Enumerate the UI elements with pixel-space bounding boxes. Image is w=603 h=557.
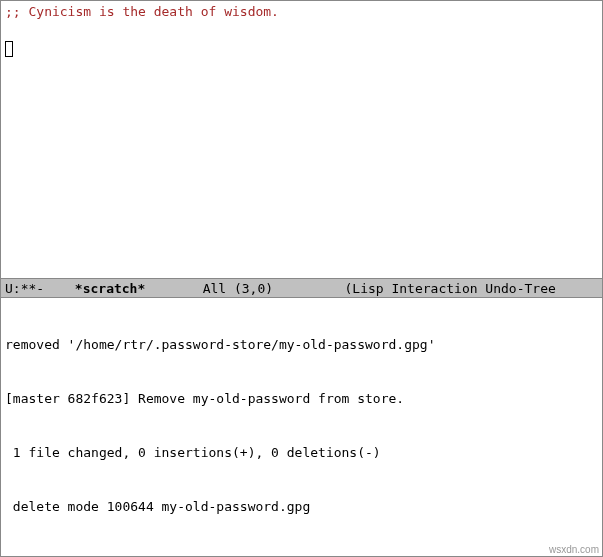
watermark-text: wsxdn.com bbox=[549, 544, 599, 555]
buffer-comment-line: ;; Cynicism is the death of wisdom. bbox=[5, 3, 598, 21]
minibuffer-echo-area[interactable]: removed '/home/rtr/.password-store/my-ol… bbox=[1, 298, 602, 556]
emacs-frame: ;; Cynicism is the death of wisdom. U:**… bbox=[0, 0, 603, 557]
scratch-buffer[interactable]: ;; Cynicism is the death of wisdom. bbox=[1, 1, 602, 278]
cursor-line bbox=[5, 39, 598, 57]
modeline-buffer-name: *scratch* bbox=[75, 281, 145, 296]
mode-line[interactable]: U:**- *scratch* All (3,0) (Lisp Interact… bbox=[1, 278, 602, 298]
echo-line-4: delete mode 100644 my-old-password.gpg bbox=[5, 498, 598, 516]
echo-line-3: 1 file changed, 0 insertions(+), 0 delet… bbox=[5, 444, 598, 462]
modeline-modes: (Lisp Interaction Undo-Tree bbox=[344, 279, 555, 298]
echo-line-1: removed '/home/rtr/.password-store/my-ol… bbox=[5, 336, 598, 354]
echo-line-2: [master 682f623] Remove my-old-password … bbox=[5, 390, 598, 408]
text-cursor bbox=[5, 41, 13, 57]
modeline-state: U:**- bbox=[5, 279, 67, 298]
modeline-position: All (3,0) bbox=[203, 279, 337, 298]
buffer-empty-line bbox=[5, 21, 598, 39]
